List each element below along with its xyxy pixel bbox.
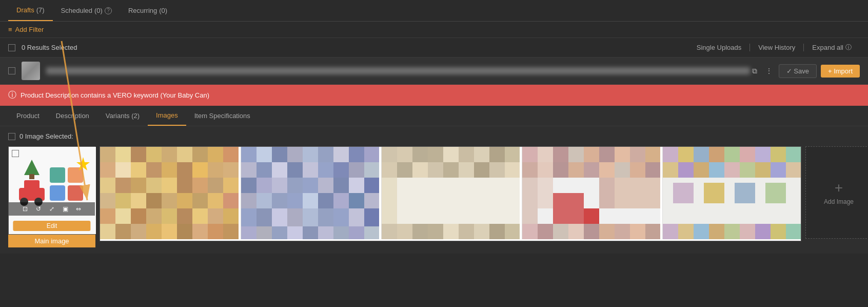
tab-scheduled[interactable]: Scheduled (0) ? (53, 0, 120, 21)
svg-rect-153 (522, 147, 538, 162)
svg-rect-185 (645, 224, 660, 239)
svg-rect-89 (287, 178, 303, 193)
svg-rect-106 (272, 208, 287, 226)
svg-rect-171 (553, 193, 584, 224)
svg-rect-157 (584, 147, 599, 162)
svg-rect-24 (131, 162, 146, 178)
svg-rect-126 (428, 147, 443, 162)
svg-rect-138 (474, 162, 489, 178)
move-tool-icon[interactable]: ⇔ (74, 204, 83, 214)
filter-bar: ≡ Add Filter (0, 22, 868, 38)
expand-icon: ⓘ (845, 43, 852, 52)
scheduled-help-icon[interactable]: ? (105, 7, 112, 14)
more-options-button[interactable]: ⋮ (763, 65, 775, 77)
rotate-tool-icon[interactable]: ↺ (34, 204, 43, 214)
svg-rect-202 (755, 162, 771, 178)
svg-rect-51 (131, 208, 146, 224)
main-image-inner: ⊡ ↺ ⤢ ▣ ⇔ Edit (8, 146, 95, 235)
svg-rect-48 (223, 193, 239, 208)
save-button[interactable]: ✓ Save (779, 64, 817, 78)
svg-rect-111 (349, 208, 364, 226)
add-filter-button[interactable]: ≡ Add Filter (8, 26, 44, 33)
product-row: ⧉ ⋮ ✓ Save + Import (0, 57, 868, 85)
tab-recurring[interactable]: Recurring (0) (120, 0, 175, 21)
svg-rect-30 (223, 162, 239, 178)
svg-rect-174 (538, 178, 553, 208)
svg-rect-135 (428, 162, 443, 178)
inner-tab-images[interactable]: Images (148, 106, 186, 126)
error-icon: ⓘ (8, 90, 16, 101)
row-checkbox[interactable] (8, 67, 15, 74)
svg-rect-7 (50, 185, 65, 201)
svg-rect-175 (599, 178, 615, 208)
inner-tab-description[interactable]: Description (48, 106, 97, 126)
svg-rect-82 (318, 162, 333, 178)
view-history-link[interactable]: View History (750, 44, 804, 51)
svg-rect-97 (272, 193, 287, 208)
import-button[interactable]: + Import (821, 65, 860, 78)
svg-rect-214 (724, 224, 740, 239)
svg-rect-14 (115, 147, 131, 162)
svg-rect-53 (162, 208, 177, 224)
svg-rect-42 (131, 193, 146, 208)
svg-rect-77 (241, 162, 257, 178)
svg-rect-115 (272, 226, 287, 239)
svg-rect-170 (645, 162, 660, 178)
expand-all-button[interactable]: Expand all ⓘ (804, 43, 860, 52)
svg-rect-85 (364, 162, 379, 178)
svg-rect-39 (223, 178, 239, 193)
svg-rect-217 (771, 224, 786, 239)
image-select-checkbox[interactable] (8, 133, 15, 140)
crop-tool-icon[interactable]: ⊡ (21, 204, 30, 214)
svg-rect-63 (177, 224, 192, 239)
svg-rect-211 (678, 224, 694, 239)
svg-rect-107 (287, 208, 303, 226)
svg-rect-74 (333, 147, 349, 162)
svg-rect-196 (663, 162, 678, 178)
svg-rect-137 (459, 162, 474, 178)
svg-rect-209 (765, 183, 786, 203)
svg-rect-141 (382, 178, 397, 224)
inner-tab-item-specifications[interactable]: Item Specifications (186, 106, 259, 126)
tab-drafts[interactable]: Drafts (7) (8, 0, 53, 21)
inner-tab-product[interactable]: Product (8, 106, 48, 126)
svg-rect-99 (303, 193, 318, 208)
single-uploads-link[interactable]: Single Uploads (688, 44, 750, 51)
inner-tab-variants[interactable]: Variants (2) (97, 106, 148, 126)
svg-rect-140 (505, 162, 520, 178)
svg-rect-132 (382, 162, 397, 178)
main-image-label: Main image (8, 235, 95, 247)
svg-rect-143 (382, 224, 397, 239)
svg-rect-13 (100, 147, 115, 162)
svg-rect-167 (599, 162, 615, 178)
external-link-button[interactable]: ⧉ (750, 65, 759, 78)
svg-rect-142 (397, 178, 520, 224)
main-image-checkbox[interactable] (12, 150, 19, 157)
svg-rect-72 (303, 147, 318, 162)
svg-rect-180 (568, 224, 584, 239)
svg-rect-168 (615, 162, 630, 178)
resize-tool-icon[interactable]: ⤢ (47, 204, 56, 214)
preview-tool-icon[interactable]: ▣ (61, 204, 70, 214)
svg-rect-201 (740, 162, 755, 178)
edit-image-button[interactable]: Edit (13, 221, 90, 231)
svg-rect-123 (382, 147, 397, 162)
svg-rect-19 (192, 147, 208, 162)
svg-rect-2 (24, 180, 40, 190)
svg-rect-56 (208, 208, 223, 224)
svg-rect-86 (241, 178, 257, 193)
svg-rect-93 (349, 178, 364, 193)
svg-rect-154 (538, 147, 553, 162)
svg-rect-144 (397, 224, 412, 239)
svg-rect-64 (192, 224, 208, 239)
add-image-card[interactable]: + Add Image (805, 146, 868, 239)
svg-rect-28 (192, 162, 208, 178)
svg-rect-102 (349, 193, 364, 208)
svg-rect-61 (146, 224, 162, 239)
select-all-checkbox[interactable] (8, 44, 15, 51)
svg-rect-45 (177, 193, 192, 208)
inner-tabs-bar: Product Description Variants (2) Images … (0, 106, 868, 126)
svg-rect-147 (443, 224, 459, 239)
svg-rect-172 (584, 208, 599, 224)
images-grid: ⊡ ↺ ⤢ ▣ ⇔ Edit Main image (8, 146, 860, 247)
